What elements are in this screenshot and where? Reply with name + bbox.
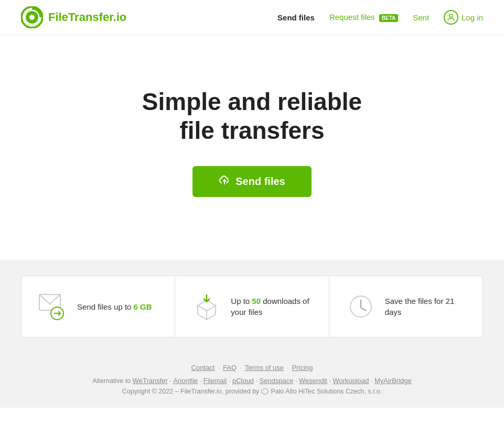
feature-text-save: Save the files for 21 days [385,296,467,318]
footer-copy-text: Copyright © 2022 – FileTransfer.io, prov… [122,388,260,395]
footer-alt-wesendit[interactable]: Wesendit [299,377,327,385]
nav-sent[interactable]: Sent [413,13,429,22]
upload-icon [219,174,230,189]
footer-copyright: Copyright © 2022 – FileTransfer.io, prov… [21,388,483,395]
features-grid: Send files up to 6 GB Up to 50 downloads… [21,276,483,337]
footer-contact[interactable]: Contact [191,364,215,372]
nav-send-files[interactable]: Send files [277,13,315,22]
beta-badge: BETA [379,14,398,22]
footer-alternatives: Alternative to WeTransfer · Anonfile · F… [21,377,483,385]
footer-dot-3: · [287,364,289,372]
feature-downloads-before: Up to [231,297,252,305]
feature-send-plain: Send files up to [77,302,134,311]
footer-faq[interactable]: FAQ [223,364,237,372]
svg-line-14 [361,308,366,311]
logo-icon [21,6,43,28]
logo-area: FileTransfer.io [21,6,126,28]
login-label: Log in [462,13,483,22]
footer-alt-pcloud[interactable]: pCloud [232,377,254,385]
footer-alt-filemail[interactable]: Filemail [203,377,227,385]
box-icon [192,292,221,321]
hero-title-line2: file transfers [179,117,324,144]
person-icon [447,13,455,21]
logo-name: FileTransfer [48,10,113,24]
footer-alt-workupload[interactable]: Workupload [333,377,369,385]
svg-point-3 [29,15,35,20]
envelope-icon [37,291,69,322]
nav-login[interactable]: Log in [444,10,483,25]
feature-send-highlight: 6 GB [134,302,152,311]
envelope-with-arrow-icon [37,292,69,321]
feature-text-send: Send files up to 6 GB [77,301,152,312]
login-icon [444,10,458,25]
hero-title-line1: Simple and reliable [142,88,362,115]
features-section: Send files up to 6 GB Up to 50 downloads… [0,260,504,353]
svg-marker-15 [262,388,268,395]
footer-terms[interactable]: Terms of use [245,364,284,372]
nav-request-files[interactable]: Request files BETA [329,13,398,22]
box-download-icon [191,291,222,322]
logo-suffix: .io [113,10,127,24]
footer-dot-2: · [240,364,242,372]
main-nav: Send files Request files BETA Sent Log i… [277,10,483,25]
feature-card-downloads: Up to 50 downloads of your files [175,276,329,337]
cloud-upload-icon [219,174,230,186]
footer-alt-anonfile[interactable]: Anonfile [173,377,198,385]
feature-card-save: Save the files for 21 days [329,276,483,337]
palo-icon [261,388,269,395]
send-files-button[interactable]: Send files [192,166,311,197]
footer-alt-label: Alternative to [92,377,132,385]
clock-icon [345,291,377,322]
footer-alt-wetransfer[interactable]: WeTransfer [133,377,168,385]
header: FileTransfer.io Send files Request files… [0,0,504,35]
request-files-label: Request files [329,13,375,21]
hero-section: Simple and reliable file transfers Send … [0,35,504,260]
logo-text: FileTransfer.io [48,10,126,24]
footer-pricing[interactable]: Pricing [292,364,313,372]
footer-alt-sendspace[interactable]: Sendspace [260,377,294,385]
footer-alt-myairbridge[interactable]: MyAirBridge [374,377,412,385]
footer: Contact · FAQ · Terms of use · Pricing A… [0,353,504,408]
send-files-label: Send files [235,176,285,188]
footer-provider: Palo Alto HiTec Solutions Czech, s.r.o. [271,388,382,395]
footer-dot-1: · [218,364,220,372]
feature-save-plain: Save the files for 21 days [385,297,455,316]
feature-downloads-highlight: 50 [252,297,261,305]
clock-svg-icon [348,293,374,320]
svg-point-4 [449,14,453,17]
feature-card-send: Send files up to 6 GB [21,276,175,337]
footer-links: Contact · FAQ · Terms of use · Pricing [21,364,483,372]
feature-text-downloads: Up to 50 downloads of your files [231,296,313,318]
hero-title: Simple and reliable file transfers [142,88,362,145]
